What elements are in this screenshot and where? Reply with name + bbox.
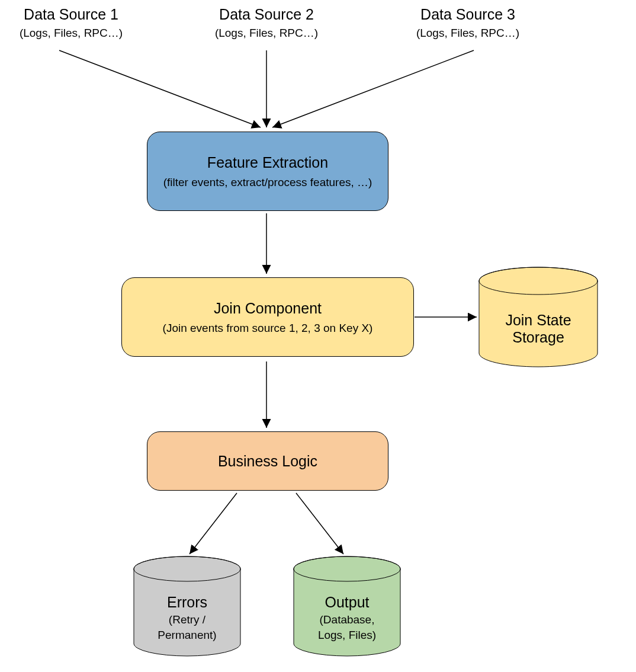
join-state-storage-line1: Join State <box>505 312 571 329</box>
svg-line-0 <box>59 50 261 127</box>
join-component-sub: (Join events from source 1, 2, 3 on Key … <box>163 322 373 335</box>
svg-line-6 <box>189 493 237 554</box>
output-storage: Output (Database, Logs, Files) <box>293 556 401 657</box>
join-component-node: Join Component (Join events from source … <box>121 277 414 357</box>
business-logic-title: Business Logic <box>218 453 317 470</box>
data-source-2: Data Source 2 (Logs, Files, RPC…) <box>201 6 332 40</box>
feature-extraction-sub: (filter events, extract/process features… <box>163 176 372 189</box>
errors-title: Errors <box>167 594 207 611</box>
output-sub1: (Database, <box>320 613 375 626</box>
data-source-2-sub: (Logs, Files, RPC…) <box>201 27 332 40</box>
data-source-1-sub: (Logs, Files, RPC…) <box>6 27 136 40</box>
data-source-1: Data Source 1 (Logs, Files, RPC…) <box>6 6 136 40</box>
diagram-canvas: Data Source 1 (Logs, Files, RPC…) Data S… <box>0 0 636 672</box>
business-logic-node: Business Logic <box>147 431 388 491</box>
svg-line-7 <box>296 493 343 554</box>
errors-sub1: (Retry / <box>169 613 205 626</box>
data-source-1-title: Data Source 1 <box>6 6 136 23</box>
feature-extraction-node: Feature Extraction (filter events, extra… <box>147 132 388 211</box>
join-state-storage-line2: Storage <box>512 329 564 346</box>
output-sub2: Logs, Files) <box>318 629 376 642</box>
feature-extraction-title: Feature Extraction <box>207 154 328 171</box>
errors-sub2: Permanent) <box>158 629 216 642</box>
data-source-3: Data Source 3 (Logs, Files, RPC…) <box>403 6 533 40</box>
join-component-title: Join Component <box>214 300 322 317</box>
join-state-storage: Join State Storage <box>478 267 598 367</box>
data-source-3-title: Data Source 3 <box>403 6 533 23</box>
output-title: Output <box>325 594 369 611</box>
errors-storage: Errors (Retry / Permanent) <box>133 556 241 657</box>
data-source-3-sub: (Logs, Files, RPC…) <box>403 27 533 40</box>
data-source-2-title: Data Source 2 <box>201 6 332 23</box>
svg-line-2 <box>272 50 474 127</box>
